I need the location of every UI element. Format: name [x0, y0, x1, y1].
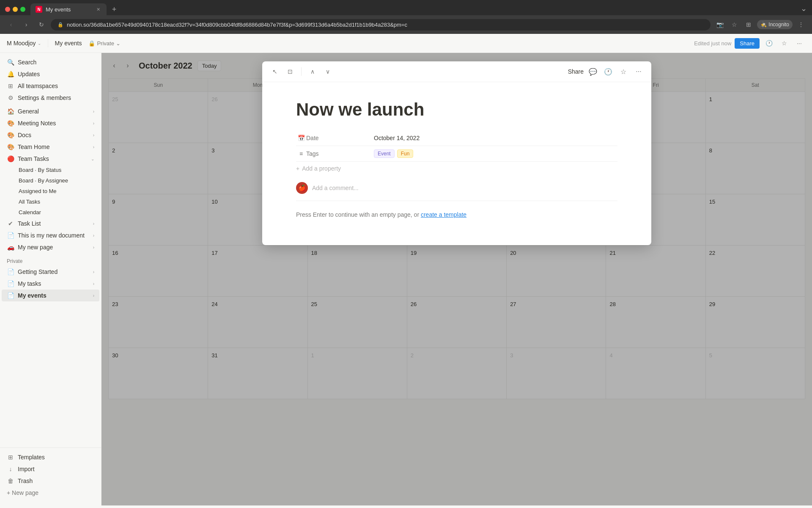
search-icon: 🔍 — [7, 58, 14, 66]
sidebar-item-calendar[interactable]: Calendar — [14, 207, 99, 218]
modal-favorite-icon[interactable]: ☆ — [617, 66, 629, 77]
tags-property-value[interactable]: Event Fun — [374, 149, 413, 158]
sidebar-item-new-document[interactable]: 📄 This is my new document › — [2, 229, 99, 241]
modal-overlay[interactable]: ↖ ⊡ ∧ ∨ Share 💬 🕐 ☆ ··· — [102, 53, 812, 505]
tags-property-label: Tags — [306, 150, 374, 157]
url-text: notion.so/36d8a1be657e49d0940178c18eacd3… — [67, 22, 407, 28]
history-icon[interactable]: 🕐 — [763, 37, 775, 49]
comment-input[interactable]: Add a comment... — [312, 185, 359, 191]
date-property-icon: 📅 — [296, 133, 306, 143]
maximize-button[interactable] — [20, 7, 25, 12]
header-divider — [48, 39, 48, 47]
tags-property-icon: ≡ — [296, 149, 306, 159]
privacy-chevron-icon: ⌄ — [116, 40, 121, 47]
close-button[interactable] — [5, 7, 10, 12]
bookmark-button[interactable]: ☆ — [728, 19, 740, 30]
add-property-button[interactable]: + Add a property — [296, 162, 617, 175]
modal-more-icon[interactable]: ··· — [633, 66, 645, 77]
sidebar-item-assigned-to-me[interactable]: Assigned to Me — [14, 186, 99, 196]
plus-icon: + — [296, 165, 299, 172]
sidebar-item-task-list[interactable]: ✔ Task List › — [2, 218, 99, 229]
privacy-badge[interactable]: 🔒 Private ⌄ — [85, 39, 123, 47]
sidebar-item-import[interactable]: ↓ Import — [2, 463, 99, 475]
my-events-icon: 📄 — [7, 292, 14, 299]
tag-fun[interactable]: Fun — [397, 149, 414, 158]
my-new-page-icon: 🚗 — [7, 243, 14, 251]
page-modal: ↖ ⊡ ∧ ∨ Share 💬 🕐 ☆ ··· — [262, 61, 651, 245]
sidebar-item-team-tasks[interactable]: 🔴 Team Tasks ⌄ — [2, 153, 99, 165]
more-button[interactable]: ⋮ — [795, 19, 807, 30]
private-section-label: Private — [0, 255, 101, 266]
sidebar-item-my-events[interactable]: 📄 My events › — [2, 290, 99, 301]
tag-event[interactable]: Event — [374, 149, 395, 158]
back-arrow-button[interactable]: ↖ — [269, 66, 281, 77]
document-icon: 📄 — [7, 232, 14, 239]
chevron-right-icon: › — [93, 121, 94, 126]
sidebar: 🔍 Search 🔔 Updates ⊞ All teamspaces ⚙ Se… — [0, 53, 102, 505]
browser-tab[interactable]: N My events ✕ — [30, 3, 107, 15]
general-icon: 🏠 — [7, 108, 14, 115]
more-options-icon[interactable]: ··· — [793, 37, 805, 49]
sidebar-item-board-status[interactable]: Board · By Status — [14, 165, 99, 175]
templates-icon: ⊞ — [7, 453, 14, 461]
tab-close-button[interactable]: ✕ — [95, 6, 102, 13]
back-button[interactable]: ‹ — [5, 19, 17, 30]
date-property-value[interactable]: October 14, 2022 — [374, 135, 420, 141]
getting-started-icon: 📄 — [7, 268, 14, 276]
sidebar-item-my-new-page[interactable]: 🚗 My new page › — [2, 241, 99, 253]
sidebar-item-trash[interactable]: 🗑 Trash — [2, 475, 99, 487]
sidebar-item-settings[interactable]: ⚙ Settings & members — [2, 92, 99, 104]
address-bar[interactable]: 🔒 notion.so/36d8a1be657e49d0940178c18eac… — [51, 19, 710, 30]
edited-status: Edited just now — [694, 40, 731, 47]
date-property-label: Date — [306, 135, 374, 141]
navigate-down-button[interactable]: ∨ — [322, 66, 334, 77]
modal-comment-icon[interactable]: 💬 — [587, 66, 599, 77]
favorite-icon[interactable]: ☆ — [778, 37, 790, 49]
create-template-link[interactable]: create a template — [421, 211, 466, 218]
new-tab-button[interactable]: + — [108, 3, 120, 15]
new-page-button[interactable]: + New page — [2, 487, 99, 499]
sidebar-item-team-home[interactable]: 🎨 Team Home › — [2, 141, 99, 153]
refresh-button[interactable]: ↻ — [36, 19, 47, 30]
sidebar-item-general[interactable]: 🏠 General › — [2, 105, 99, 117]
breadcrumb: My events — [55, 40, 82, 47]
settings-icon: ⚙ — [7, 94, 14, 102]
sidebar-item-my-tasks[interactable]: 📄 My tasks › — [2, 278, 99, 290]
lock-icon: 🔒 — [58, 22, 63, 28]
share-button[interactable]: Share — [735, 38, 760, 49]
modal-share-button[interactable]: Share — [568, 68, 584, 75]
workspace-name[interactable]: M Moodjoy ⌄ — [7, 40, 41, 47]
sidebar-item-meeting-notes[interactable]: 🎨 Meeting Notes › — [2, 117, 99, 129]
chevron-right-icon: › — [93, 293, 94, 298]
sidebar-item-updates[interactable]: 🔔 Updates — [2, 68, 99, 80]
chevron-right-icon: › — [93, 233, 94, 238]
page-area: ‹ › October 2022 Today Sun Mon Tue Wed T… — [102, 53, 812, 505]
forward-button[interactable]: › — [20, 19, 32, 30]
sidebar-item-templates[interactable]: ⊞ Templates — [2, 451, 99, 463]
trash-icon: 🗑 — [7, 477, 14, 485]
tags-property-row: ≡ Tags Event Fun — [296, 146, 617, 162]
minimize-button[interactable] — [13, 7, 18, 12]
sidebar-item-docs[interactable]: 🎨 Docs › — [2, 129, 99, 141]
sidebar-item-all-tasks[interactable]: All Tasks — [14, 196, 99, 207]
sidebar-item-getting-started[interactable]: 📄 Getting Started › — [2, 266, 99, 278]
expand-button[interactable]: ⊡ — [284, 66, 296, 77]
navigate-up-button[interactable]: ∧ — [307, 66, 318, 77]
chevron-right-icon: › — [93, 282, 94, 286]
team-home-icon: 🎨 — [7, 143, 14, 151]
modal-title: Now we launch — [296, 99, 617, 120]
lock-icon: 🔒 — [88, 40, 95, 47]
incognito-button[interactable]: 🕵 Incognito — [757, 20, 793, 29]
teamspaces-icon: ⊞ — [7, 82, 14, 90]
sidebar-item-board-assignee[interactable]: Board · By Assignee — [14, 175, 99, 186]
modal-history-icon[interactable]: 🕐 — [602, 66, 614, 77]
collapse-button[interactable]: ⌄ — [801, 4, 807, 13]
chevron-right-icon: › — [93, 245, 94, 250]
task-list-icon: ✔ — [7, 220, 14, 227]
extensions-button[interactable]: ⊞ — [743, 19, 754, 30]
sidebar-item-search[interactable]: 🔍 Search — [2, 56, 99, 68]
modal-toolbar-right: Share 💬 🕐 ☆ ··· — [568, 66, 645, 77]
screenshot-button[interactable]: 📷 — [714, 19, 726, 30]
tab-title: My events — [46, 6, 91, 13]
sidebar-item-all-teamspaces[interactable]: ⊞ All teamspaces — [2, 80, 99, 92]
